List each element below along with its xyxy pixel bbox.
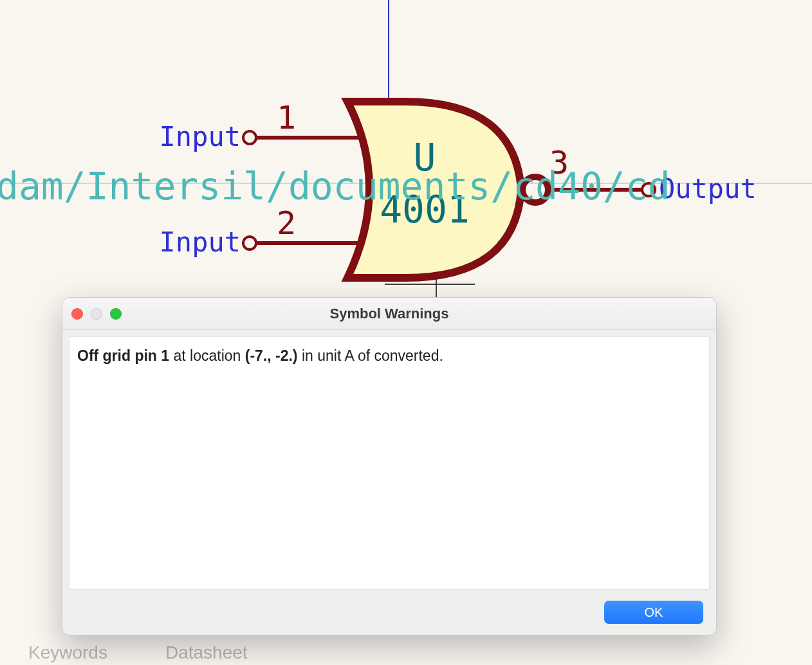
pin-3-name: Output bbox=[659, 173, 757, 205]
pin-1-endpoint bbox=[243, 131, 256, 144]
dialog-title: Symbol Warnings bbox=[330, 305, 449, 322]
minimize-icon bbox=[91, 308, 102, 320]
dialog-footer: OK bbox=[62, 590, 716, 635]
symbol-warnings-dialog: Symbol Warnings Off grid pin 1 at locati… bbox=[62, 297, 717, 635]
datasheet-label: Datasheet bbox=[165, 642, 248, 663]
warning-suffix: in unit A of converted. bbox=[298, 347, 443, 364]
pin-2[interactable]: 2 Input bbox=[160, 205, 360, 258]
warning-message: Off grid pin 1 at location (-7., -2.) in… bbox=[77, 346, 701, 366]
warning-coord: (-7., -2.) bbox=[245, 347, 298, 364]
bottom-bar: Keywords Datasheet bbox=[0, 641, 812, 665]
pin-1-name: Input bbox=[160, 121, 241, 152]
warning-mid1: at location bbox=[169, 347, 245, 364]
dialog-titlebar[interactable]: Symbol Warnings bbox=[62, 298, 716, 330]
dialog-body[interactable]: Off grid pin 1 at location (-7., -2.) in… bbox=[69, 336, 710, 590]
warning-prefix: Off grid pin 1 bbox=[77, 347, 169, 364]
pin-1-number: 1 bbox=[277, 99, 296, 136]
close-icon[interactable] bbox=[71, 308, 83, 320]
field-datasheet-overlay[interactable]: dam/Intersil/documents/cd40/cd bbox=[0, 165, 670, 208]
pin-2-endpoint bbox=[243, 237, 256, 250]
pin-2-name: Input bbox=[160, 226, 241, 258]
zoom-icon[interactable] bbox=[110, 308, 122, 320]
window-controls bbox=[71, 298, 122, 329]
ok-button[interactable]: OK bbox=[604, 601, 703, 624]
keywords-label: Keywords bbox=[28, 642, 107, 663]
pin-1[interactable]: 1 Input bbox=[160, 99, 360, 152]
pin-2-number: 2 bbox=[277, 205, 296, 242]
